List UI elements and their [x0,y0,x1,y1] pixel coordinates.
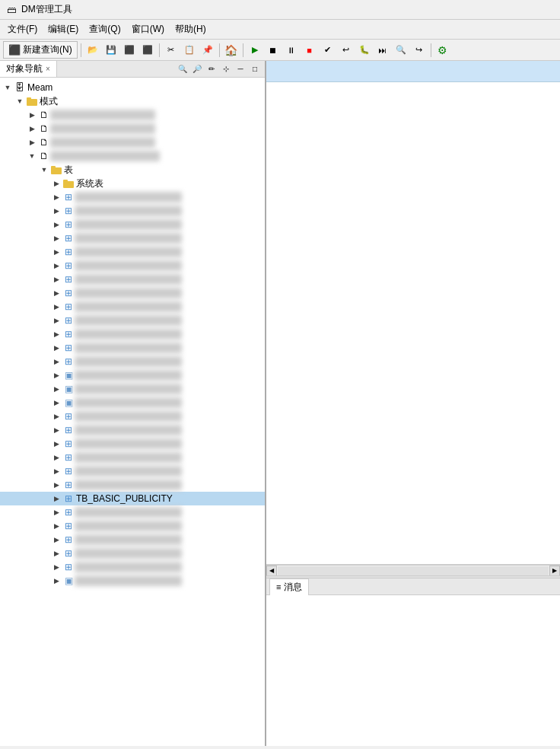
table-row[interactable]: ▶ ⊞ blurred_table_name_22xx [0,478,265,492]
table-row[interactable]: ▶ ⊞ blurred_table_name_18xx [0,423,265,437]
toolbar-btn-c[interactable]: ⏸ [283,42,300,59]
table-row[interactable]: ▶ ⊞ blurred_table_name_03xx [0,218,265,231]
tree-schema-3[interactable]: ▶ 🗋 blurred_schema_name_3 [0,135,265,149]
hscroll-track[interactable] [278,566,549,575]
right-panel: ◀ ▶ ≡ 消息 [266,61,560,746]
menu-edit[interactable]: 编辑(E) [43,21,83,37]
toolbar-step-btn[interactable]: ⏭ [374,42,391,59]
t3-label: blurred_table_name_03xx [75,219,182,230]
table-row[interactable]: ▶ ⊞ blurred_table_name_09xx [0,300,265,314]
table-row[interactable]: ▶ ⊞ blurred_table_name_12xx [0,341,265,355]
table-row[interactable]: ▶ ⊞ blurred_table_name_25xx [0,505,265,519]
table-row[interactable]: ▶ ⊞ blurred_table_name_10xx [0,314,265,327]
table-row[interactable]: ▶ ⊞ blurred_table_name_02xx [0,204,265,218]
toolbar-paste-btn[interactable]: 📌 [199,42,216,59]
menu-help[interactable]: 帮助(H) [170,21,211,37]
t25-icon: ⊞ [62,506,75,518]
t2-label: blurred_table_name_02xx [75,206,182,216]
nav-minus-btn[interactable]: ─ [234,62,247,76]
table-row[interactable]: ▶ ⊞ blurred_table_name_08xx [0,286,265,300]
t19-expand: ▶ [50,438,62,450]
table-row[interactable]: ▶ ⊞ blurred_table_name_19xx [0,437,265,451]
table-row[interactable]: ▶ ⊞ blurred_table_name_05xx [0,245,265,259]
table-row[interactable]: ▶ ⊞ blurred_table_name_06xx [0,259,265,273]
table-row[interactable]: ▶ ⊞ blurred_table_name_17xx [0,410,265,423]
object-tree[interactable]: ▼ 🗄 Meam ▼ 模式 ▶ 🗋 blurred_schema_name_1 [0,78,265,746]
toolbar-copy-btn[interactable]: 📋 [181,42,198,59]
toolbar-settings-btn[interactable]: ⚙ [434,42,451,59]
nav-max-btn[interactable]: □ [248,62,262,76]
toolbar-save-btn[interactable]: 💾 [103,42,119,59]
table-row[interactable]: ▶ ⊞ blurred_table_name_29xx [0,560,265,574]
hscroll-right-btn[interactable]: ▶ [549,566,560,576]
toolbar-sep-5 [431,43,431,57]
message-tab[interactable]: ≡ 消息 [269,578,309,595]
table-row[interactable]: ▶ ⊞ blurred_table_name_27xx [0,533,265,547]
table-row[interactable]: ▶ ⊞ blurred_table_name_20xx [0,451,265,464]
t26-expand: ▶ [50,520,62,532]
table-tb-basic-publicity[interactable]: ▶ ⊞ TB_BASIC_PUBLICITY [0,492,265,505]
nav-tab-close[interactable]: × [46,65,50,73]
tree-root[interactable]: ▼ 🗄 Meam [0,81,265,94]
toolbar-stop-btn[interactable]: ■ [301,42,318,59]
toolbar-check-btn[interactable]: ✔ [320,42,336,59]
toolbar-open-btn[interactable]: 📂 [84,42,101,59]
toolbar-btn3[interactable]: ⬛ [121,42,138,59]
menu-window[interactable]: 窗口(W) [127,21,169,37]
menu-query[interactable]: 查询(Q) [84,21,125,37]
nav-refresh-btn[interactable]: ⊹ [219,62,233,76]
tree-schema-4[interactable]: ▼ 🗋 blurred_schema_name_4x [0,149,265,163]
nav-search2-btn[interactable]: 🔎 [190,62,204,76]
table-row[interactable]: ▶ ⊞ blurred_table_name_13xx [0,355,265,368]
toolbar-btn4[interactable]: ⬛ [139,42,156,59]
query-editor-hscroll[interactable]: ◀ ▶ [266,565,560,575]
table-row[interactable]: ▶ ▣ blurred_table_name_30xx [0,574,265,588]
t3-icon: ⊞ [62,218,75,231]
menu-file[interactable]: 文件(F) [3,21,42,37]
toolbar-btn-b[interactable]: ⏹ [265,42,282,59]
toolbar-home-btn[interactable]: 🏠 [223,42,240,59]
t21-icon: ⊞ [62,465,75,477]
table-row[interactable]: ▶ ⊞ blurred_table_name_28xx [0,547,265,560]
table-row[interactable]: ▶ ▣ blurred_table_name_14xx [0,368,265,382]
tree-schema-1[interactable]: ▶ 🗋 blurred_schema_name_1 [0,108,265,122]
tree-table-folder[interactable]: ▼ 表 [0,163,265,177]
t11-expand: ▶ [50,328,62,340]
t18-label: blurred_table_name_18xx [75,425,182,435]
left-panel: 对象导航 × 🔍 🔎 ✏ ⊹ ─ □ ▼ 🗄 Meam ▼ [0,61,266,746]
t27-expand: ▶ [50,534,62,546]
tree-systable-folder[interactable]: ▶ 系统表 [0,177,265,190]
tree-schema-folder[interactable]: ▼ 模式 [0,94,265,108]
table-row[interactable]: ▶ ⊞ blurred_table_name_26xx [0,519,265,533]
toolbar-cut-btn[interactable]: ✂ [163,42,180,59]
toolbar-undo-btn[interactable]: ↩ [338,42,355,59]
table-row[interactable]: ▶ ▣ blurred_table_name_16xx [0,396,265,410]
toolbar-debug-btn[interactable]: 🐛 [356,42,373,59]
table-row[interactable]: ▶ ⊞ blurred_table_name_21xx [0,464,265,478]
t11-label: blurred_table_name_11xx [75,329,182,339]
table-row[interactable]: ▶ ⊞ blurred_table_name_07xx [0,273,265,286]
t14-expand: ▶ [50,369,62,381]
table-row[interactable]: ▶ ⊞ blurred_table_name_04xx [0,231,265,245]
table-row[interactable]: ▶ ⊞ blurred_table_name_11xx [0,327,265,341]
table-folder-icon [50,164,62,176]
hscroll-left-btn[interactable]: ◀ [266,566,277,576]
query-editor-area[interactable] [266,61,560,565]
tree-schema-2[interactable]: ▶ 🗋 blurred_schema_name_2 [0,122,265,135]
schema4-expand-icon: ▼ [26,150,38,162]
nav-edit-btn[interactable]: ✏ [205,62,218,76]
new-query-icon: ⬛ [8,44,21,56]
nav-search-btn[interactable]: 🔍 [176,62,189,76]
app-icon: 🗃 [6,5,17,15]
main-layout: 对象导航 × 🔍 🔎 ✏ ⊹ ─ □ ▼ 🗄 Meam ▼ [0,61,560,746]
toolbar-run-btn[interactable]: ▶ [247,42,263,59]
query-editor-content[interactable] [266,82,560,349]
new-query-button[interactable]: ⬛ 新建查询(N) [3,41,78,59]
table-row[interactable]: ▶ ⊞ blurred_table_name_01xx [0,190,265,204]
tb-basic-icon: ⊞ [62,492,75,505]
t22-icon: ⊞ [62,479,75,491]
toolbar-search-btn[interactable]: 🔍 [393,42,409,59]
table-row[interactable]: ▶ ▣ blurred_table_name_15xx [0,382,265,396]
nav-tab-object[interactable]: 对象导航 × [0,61,57,77]
toolbar-arrow-btn[interactable]: ↪ [411,42,428,59]
